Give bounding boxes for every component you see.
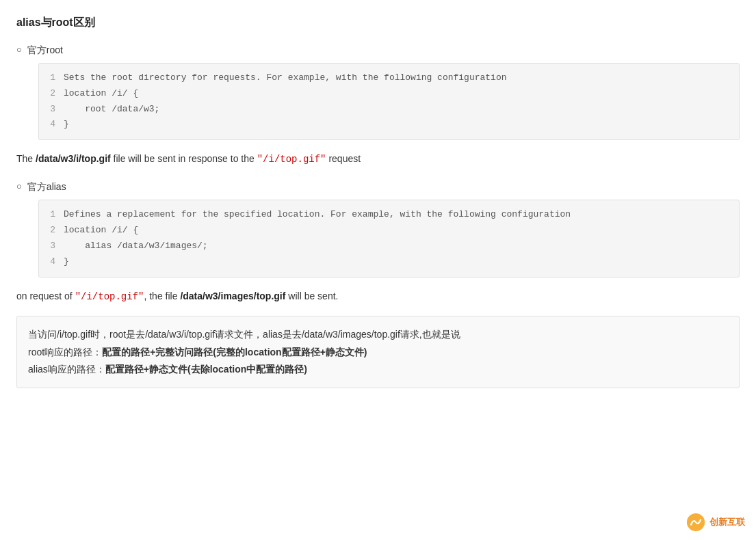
code-line: 2 location /i/ { (39, 86, 739, 102)
root-label: 官方root (27, 42, 63, 57)
alias-text-pre: on request of (16, 291, 75, 301)
line-code: location /i/ { (64, 87, 138, 101)
note-line2: root响应的路径：配置的路径+完整访问路径(完整的location配置路径+静… (28, 344, 728, 361)
line-code: Sets the root directory for requests. Fo… (64, 71, 507, 85)
code-line: 3 alias /data/w3/images/; (39, 239, 739, 254)
root-list-item: ○ 官方root (16, 42, 740, 57)
note-line3-pre: alias响应的路径： (28, 364, 105, 375)
root-text-pre: The (16, 153, 36, 164)
code-line: 3 root /data/w3; (39, 102, 739, 118)
note-line1: 当访问/i/top.gif时，root是去/data/w3/i/top.gif请… (28, 326, 728, 343)
line-code: } (64, 255, 69, 269)
note-line2-pre: root响应的路径： (28, 347, 102, 357)
line-code: } (64, 118, 69, 132)
code-line: 2 location /i/ { (39, 223, 739, 239)
root-code-block: 1 Sets the root directory for requests. … (38, 63, 740, 140)
alias-text-end: will be sent. (285, 291, 338, 301)
line-num: 1 (39, 71, 64, 85)
note-line2-bold: 配置的路径+完整访问路径(完整的location配置路径+静态文件) (102, 347, 367, 357)
alias-bold-path: /data/w3/images/top.gif (180, 291, 285, 301)
line-num: 3 (39, 239, 64, 254)
root-text-end: request (326, 153, 361, 164)
line-code: alias /data/w3/images/; (64, 239, 208, 254)
line-num: 4 (39, 118, 64, 132)
code-line: 4 } (39, 254, 739, 270)
code-line: 1 Defines a replacement for the specifie… (39, 207, 739, 223)
alias-code-block: 1 Defines a replacement for the specifie… (38, 200, 740, 277)
line-code: location /i/ { (64, 224, 138, 238)
bullet-icon: ○ (16, 43, 22, 57)
root-prose: The /data/w3/i/top.gif file will be sent… (16, 151, 740, 168)
line-code: Defines a replacement for the specified … (64, 208, 571, 222)
alias-list-item: ○ 官方alias (16, 179, 740, 194)
alias-text-mid: , the file (144, 291, 180, 301)
line-num: 1 (39, 208, 64, 222)
note-line3: alias响应的路径：配置路径+静态文件(去除location中配置的路径) (28, 361, 728, 378)
root-bold-path: /data/w3/i/top.gif (36, 153, 111, 164)
root-text-mid: file will be sent in response to the (111, 153, 257, 164)
note-box: 当访问/i/top.gif时，root是去/data/w3/i/top.gif请… (16, 316, 740, 388)
root-quoted: "/i/top.gif" (257, 154, 326, 165)
line-num: 2 (39, 224, 64, 238)
alias-quoted: "/i/top.gif" (75, 291, 144, 302)
line-num: 2 (39, 87, 64, 101)
bullet-icon: ○ (16, 180, 22, 194)
page-title: alias与root区别 (16, 14, 740, 31)
code-line: 1 Sets the root directory for requests. … (39, 70, 739, 86)
alias-prose: on request of "/i/top.gif", the file /da… (16, 288, 740, 306)
note-line3-bold: 配置路径+静态文件(去除location中配置的路径) (105, 364, 307, 375)
line-num: 4 (39, 255, 64, 269)
line-num: 3 (39, 103, 64, 117)
alias-label: 官方alias (27, 179, 66, 194)
line-code: root /data/w3; (64, 103, 159, 117)
code-line: 4 } (39, 117, 739, 133)
